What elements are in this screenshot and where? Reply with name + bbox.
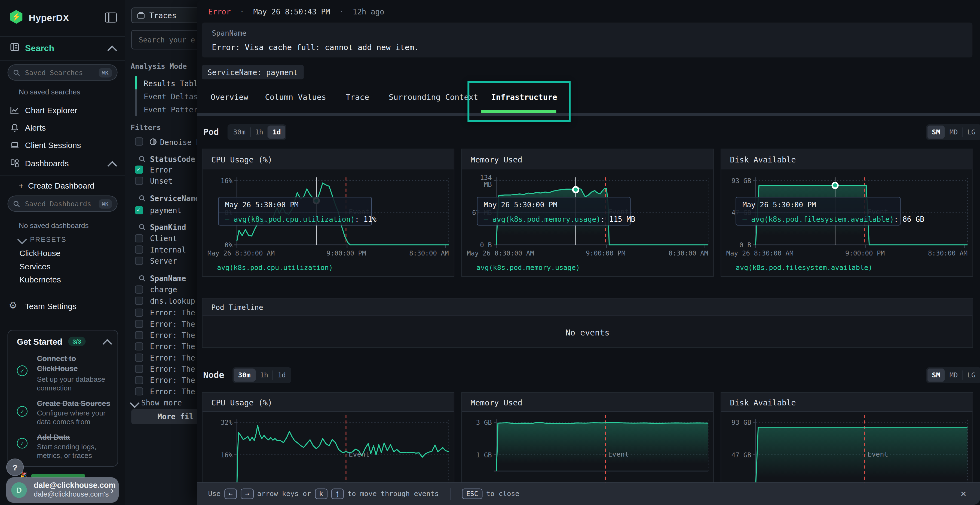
chevron-up-icon[interactable] — [107, 161, 117, 171]
spankind-internal-label[interactable]: Internal — [150, 245, 186, 254]
pod-size-lg[interactable]: LG — [963, 125, 980, 138]
servicename-payment-label[interactable]: payment — [150, 206, 181, 215]
search-icon[interactable] — [139, 224, 146, 230]
spanname-charge-label[interactable]: charge — [150, 286, 177, 294]
arrow-left-key[interactable]: ← — [224, 488, 237, 499]
analysis-mode-results-table[interactable]: Results Table — [144, 79, 202, 88]
esc-key[interactable]: ESC — [462, 488, 483, 499]
statuscode-unset-checkbox[interactable] — [135, 177, 143, 185]
node-size-lg[interactable]: LG — [963, 369, 980, 382]
pod-size-md[interactable]: MD — [945, 125, 962, 138]
create-dashboard-button[interactable]: + Create Dashboard — [19, 181, 94, 191]
spanname-error-checkbox[interactable] — [135, 342, 143, 351]
spankind-internal-checkbox[interactable] — [135, 245, 143, 254]
pod-range-30m[interactable]: 30m — [229, 125, 250, 138]
sidebar-item-alerts[interactable]: Alerts — [25, 123, 46, 132]
filter-group-spankind[interactable]: SpanKind — [150, 223, 186, 232]
tab-column-values[interactable]: Column Values — [265, 92, 326, 102]
tab-surrounding-context[interactable]: Surrounding Context — [389, 92, 478, 102]
gs-item-title[interactable]: ClickHouse — [37, 364, 78, 373]
pod-size-control[interactable]: SM MD LG — [926, 124, 980, 140]
node-size-md[interactable]: MD — [945, 369, 962, 382]
node-size-control[interactable]: SM MD LG — [926, 367, 980, 383]
show-more-link[interactable]: Show more — [141, 399, 182, 407]
filter-group-statuscode[interactable]: StatusCode — [150, 155, 195, 164]
sidebar-item-team-settings[interactable]: Team Settings — [25, 302, 76, 311]
sidebar-item-search[interactable]: Search — [25, 43, 54, 53]
spanname-error-checkbox[interactable] — [135, 387, 143, 395]
node-size-sm[interactable]: SM — [928, 369, 945, 382]
denoise-checkbox[interactable] — [135, 137, 143, 146]
spanname-charge-checkbox[interactable] — [135, 286, 143, 294]
saved-dashboards-search[interactable]: ⌘K — [8, 195, 118, 212]
chevron-up-icon[interactable] — [107, 45, 117, 55]
filter-group-spanname[interactable]: SpanName — [150, 274, 186, 283]
chevron-up-icon[interactable] — [102, 339, 112, 349]
saved-searches-input[interactable] — [24, 68, 98, 77]
saved-searches-search[interactable]: ⌘K — [8, 64, 118, 81]
node-range-1d[interactable]: 1d — [273, 369, 290, 382]
statuscode-error-checkbox[interactable] — [135, 165, 143, 173]
spanname-error-checkbox[interactable] — [135, 376, 143, 384]
y-tick: 134 — [467, 173, 492, 181]
preset-services[interactable]: Services — [19, 262, 50, 271]
close-icon[interactable]: ✕ — [961, 489, 970, 499]
service-name-chip[interactable]: ServiceName: payment — [202, 65, 304, 79]
pod-size-sm[interactable]: SM — [928, 125, 945, 138]
node-range-1h[interactable]: 1h — [256, 369, 273, 382]
saved-dashboards-input[interactable] — [24, 199, 98, 208]
gs-item-title[interactable]: Add Data — [37, 433, 70, 441]
spanname-error-checkbox[interactable] — [135, 320, 143, 328]
chart-explorer-icon — [10, 106, 19, 115]
search-icon[interactable] — [139, 275, 146, 282]
sidebar-item-dashboards[interactable]: Dashboards — [25, 159, 69, 168]
collapse-sidebar-icon[interactable] — [105, 13, 117, 22]
gs-item-title[interactable]: Connect to — [37, 354, 76, 363]
pod-range-1d[interactable]: 1d — [268, 125, 285, 138]
pod-range-1h[interactable]: 1h — [250, 125, 267, 138]
chevron-down-icon[interactable] — [18, 235, 27, 245]
chart-legend[interactable]: avg(k8s.pod.cpu.utilization) — [209, 264, 333, 272]
node-time-range-control[interactable]: 30m 1h 1d — [232, 367, 291, 383]
k-key[interactable]: k — [315, 488, 328, 499]
sidebar-item-chart-explorer[interactable]: Chart Explorer — [25, 106, 77, 115]
preset-kubernetes[interactable]: Kubernetes — [19, 275, 61, 284]
statuscode-error-label[interactable]: Error — [150, 165, 173, 174]
tab-overview[interactable]: Overview — [211, 92, 248, 102]
spankind-server-label[interactable]: Server — [150, 257, 177, 265]
event-search-box[interactable] — [131, 30, 205, 49]
analysis-mode-event-deltas[interactable]: Event Deltas — [144, 92, 198, 101]
chart-legend[interactable]: avg(k8s.pod.memory.usage) — [468, 264, 580, 272]
servicename-payment-checkbox[interactable] — [135, 206, 143, 214]
gs-item-title[interactable]: Create Data Sources — [37, 399, 110, 408]
spankind-client-checkbox[interactable] — [135, 234, 143, 243]
filter-group-servicename[interactable]: ServiceName — [150, 194, 200, 203]
spanname-error-checkbox[interactable] — [135, 365, 143, 373]
arrow-right-key[interactable]: → — [241, 488, 253, 499]
node-range-30m[interactable]: 30m — [234, 369, 255, 382]
preset-clickhouse[interactable]: ClickHouse — [19, 249, 60, 258]
chart-legend[interactable]: avg(k8s.pod.filesystem.available) — [727, 264, 872, 272]
source-select[interactable]: Traces — [131, 8, 205, 23]
presets-label[interactable]: PRESETS — [30, 236, 67, 243]
user-account-chip[interactable]: D dale@clickhouse.com dale@clickhouse.co… — [6, 477, 119, 503]
spanname-error-checkbox[interactable] — [135, 331, 143, 339]
sidebar-item-client-sessions[interactable]: Client Sessions — [25, 141, 81, 150]
spankind-client-label[interactable]: Client — [150, 234, 177, 243]
spanname-dnslookup-checkbox[interactable] — [135, 297, 143, 305]
spanname-dnslookup-label[interactable]: dns.lookup — [150, 297, 195, 306]
statuscode-unset-label[interactable]: Unset — [150, 177, 173, 186]
pod-time-range-control[interactable]: 30m 1h 1d — [228, 124, 286, 140]
spanname-error-checkbox[interactable] — [135, 308, 143, 317]
spanname-error-checkbox[interactable] — [135, 353, 143, 362]
search-icon[interactable] — [139, 195, 146, 202]
spankind-server-checkbox[interactable] — [135, 257, 143, 265]
chart-card-header: CPU Usage (%) — [202, 393, 454, 412]
tooltip-value: 86 GB — [894, 215, 924, 224]
j-key[interactable]: j — [331, 488, 344, 499]
tab-trace[interactable]: Trace — [346, 92, 369, 102]
tooltip-series: avg(k8s.pod.memory.usage) — [492, 215, 601, 224]
more-filters-button[interactable]: More fil — [131, 409, 206, 424]
chevron-down-icon[interactable] — [130, 399, 140, 408]
search-icon[interactable] — [139, 156, 146, 162]
